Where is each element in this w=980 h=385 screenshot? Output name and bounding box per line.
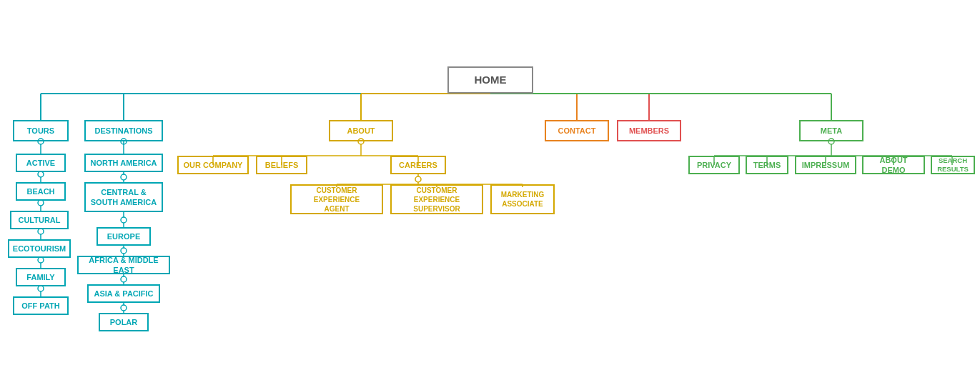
home-label: HOME	[475, 73, 507, 87]
active-label: ACTIVE	[26, 158, 55, 168]
careers-node[interactable]: CAREERS	[390, 156, 446, 174]
members-label: MEMBERS	[629, 126, 669, 136]
aboutdemo-node[interactable]: ABOUT DEMO	[862, 156, 925, 174]
beach-node[interactable]: BEACH	[16, 182, 66, 201]
polar-label: POLAR	[110, 317, 138, 327]
active-node[interactable]: ACTIVE	[16, 154, 66, 172]
centralsouth-label: CENTRAL &SOUTH AMERICA	[91, 187, 157, 208]
africamiddle-node[interactable]: AFRICA & MIDDLE EAST	[77, 256, 170, 274]
terms-label: TERMS	[753, 160, 781, 170]
impressum-label: IMPRESSUM	[802, 160, 850, 170]
svg-point-33	[121, 248, 127, 254]
centralsouth-node[interactable]: CENTRAL &SOUTH AMERICA	[84, 182, 163, 212]
europe-node[interactable]: EUROPE	[96, 227, 151, 246]
about-node[interactable]: ABOUT	[329, 120, 393, 141]
beliefs-node[interactable]: BELIEFS	[256, 156, 307, 174]
asiapacific-label: ASIA & PACIFIC	[94, 289, 153, 299]
careers-label: CAREERS	[399, 160, 437, 170]
contact-node[interactable]: CONTACT	[545, 120, 609, 141]
ceagent-label: CUSTOMER EXPERIENCEAGENT	[296, 186, 377, 214]
svg-point-21	[38, 229, 44, 234]
privacy-node[interactable]: PRIVACY	[688, 156, 740, 174]
meta-node[interactable]: META	[799, 120, 863, 141]
ecotourism-label: ECOTOURISM	[13, 244, 66, 254]
cesupervisor-label: CUSTOMER EXPERIENCESUPERVISOR	[396, 186, 477, 214]
marketingassoc-label: MARKETINGASSOCIATE	[501, 190, 545, 209]
svg-point-30	[121, 217, 127, 223]
offpath-node[interactable]: OFF PATH	[13, 296, 69, 315]
svg-point-39	[121, 305, 127, 311]
ecotourism-node[interactable]: ECOTOURISM	[8, 239, 71, 258]
tours-node[interactable]: TOURS	[13, 120, 69, 141]
svg-point-22	[38, 257, 44, 263]
marketingassoc-node[interactable]: MARKETINGASSOCIATE	[490, 184, 555, 214]
family-label: FAMILY	[26, 272, 54, 282]
northamerica-node[interactable]: NORTH AMERICA	[84, 154, 163, 172]
searchresults-node[interactable]: SEARCH RESULTS	[931, 156, 975, 174]
africamiddle-label: AFRICA & MIDDLE EAST	[83, 255, 164, 276]
offpath-label: OFF PATH	[21, 301, 59, 311]
aboutdemo-label: ABOUT DEMO	[868, 155, 919, 176]
privacy-label: PRIVACY	[697, 160, 731, 170]
terms-node[interactable]: TERMS	[746, 156, 788, 174]
svg-point-19	[38, 171, 44, 177]
northamerica-label: NORTH AMERICA	[90, 158, 157, 168]
cultural-label: CULTURAL	[18, 215, 60, 225]
svg-point-48	[415, 176, 421, 182]
polar-node[interactable]: POLAR	[99, 313, 149, 331]
svg-point-36	[121, 276, 127, 282]
beach-label: BEACH	[26, 186, 54, 196]
family-node[interactable]: FAMILY	[16, 268, 66, 286]
cultural-node[interactable]: CULTURAL	[10, 211, 69, 229]
sitemap: HOME TOURS DESTINATIONS ABOUT CONTACT ME…	[0, 0, 980, 385]
destinations-node[interactable]: DESTINATIONS	[84, 120, 163, 141]
ourcompany-label: OUR COMPANY	[184, 160, 243, 170]
home-node[interactable]: HOME	[447, 66, 533, 94]
destinations-label: DESTINATIONS	[94, 126, 152, 136]
members-node[interactable]: MEMBERS	[617, 120, 681, 141]
cesupervisor-node[interactable]: CUSTOMER EXPERIENCESUPERVISOR	[390, 184, 483, 214]
ceagent-node[interactable]: CUSTOMER EXPERIENCEAGENT	[290, 184, 383, 214]
meta-label: META	[821, 126, 842, 136]
svg-point-27	[121, 174, 127, 180]
tours-label: TOURS	[27, 126, 54, 136]
about-label: ABOUT	[347, 126, 375, 136]
beliefs-label: BELIEFS	[265, 160, 298, 170]
searchresults-label: SEARCH RESULTS	[936, 156, 969, 174]
impressum-node[interactable]: IMPRESSUM	[795, 156, 856, 174]
svg-point-20	[38, 200, 44, 206]
svg-point-23	[38, 286, 44, 291]
europe-label: EUROPE	[107, 231, 140, 241]
ourcompany-node[interactable]: OUR COMPANY	[177, 156, 249, 174]
contact-label: CONTACT	[558, 126, 596, 136]
asiapacific-node[interactable]: ASIA & PACIFIC	[87, 284, 160, 303]
